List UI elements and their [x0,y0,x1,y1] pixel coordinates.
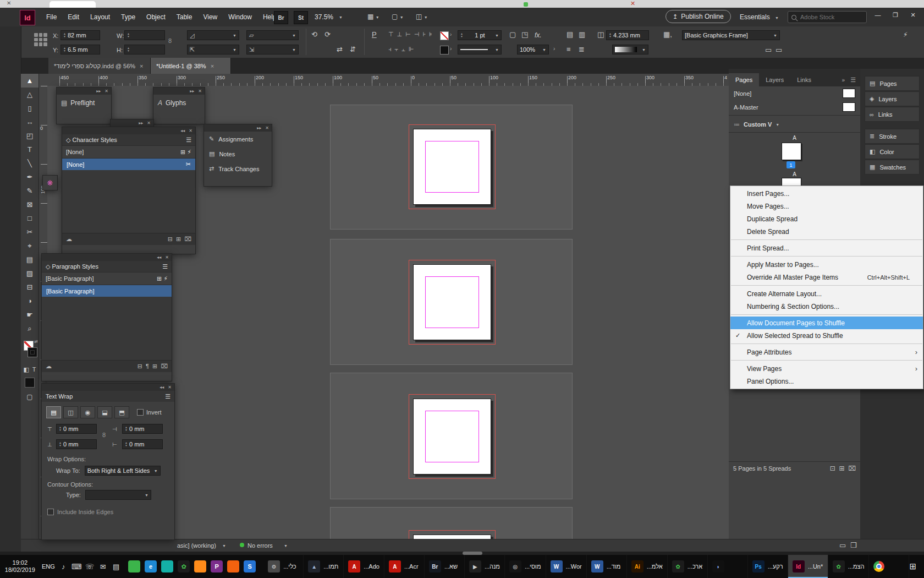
display-icon[interactable]: ▤ [109,563,123,571]
taskbar-app-15[interactable] [869,555,909,578]
taskbar-app-13[interactable]: Id...Un* [788,555,828,578]
panel-collapse-icon[interactable]: ▸▸ [257,126,261,130]
zoom-level-dropdown[interactable]: 37.5% [315,13,333,21]
align-to-grid-icon[interactable]: ▦, [663,31,672,38]
app-purple[interactable]: P [211,560,223,572]
gradient-combo[interactable]: ▼ [612,45,648,54]
pencil-tool[interactable]: ✎ [21,184,38,198]
app-teal[interactable] [161,560,173,572]
x-field[interactable]: ▲▼82 mm [61,30,100,40]
zoom-chevron-icon[interactable]: ▼ [339,15,343,19]
panel-close-icon[interactable]: ✕ [189,128,193,133]
assignments-row-notes[interactable]: ▤Notes [204,146,272,161]
page[interactable] [413,264,491,340]
taskbar-app-8[interactable]: W...מוד [587,555,627,578]
dock-strip-layers[interactable]: ◈Layers [865,91,920,106]
context-menu-item-page-attributes[interactable]: Page Attributes› [730,346,923,358]
collapsed-panel-stub[interactable]: ❋ [42,175,58,190]
panel-action-icons[interactable]: ⊟ ⊞ ⌧ [168,236,191,243]
break-link-icon[interactable]: ✂ [186,161,191,168]
flip-vertical-button[interactable]: ⇵ [350,46,356,53]
contour-type-dropdown[interactable]: ▼ [85,490,151,500]
preflight-profile-chevron-icon[interactable]: ▼ [222,544,226,548]
start-button[interactable]: ⊞ [909,561,916,571]
arrange-documents-dropdown[interactable]: ◫ ▼ [416,13,428,20]
dock-strip-swatches[interactable]: ▦Swatches [865,160,920,175]
taskbar-app-7[interactable]: W...Wor [546,555,587,578]
stroke-type-combo[interactable]: ▼ [458,45,502,54]
object-style-combo[interactable]: [Basic Graphics Frame]▼ [682,30,780,40]
adobe-stock-search[interactable] [788,11,867,23]
zoom-tool[interactable]: ⌕ [21,321,38,335]
panel-close-icon[interactable]: ✕ [168,385,172,390]
formatting-affects-buttons[interactable]: ◧ T [21,366,38,373]
wrap-to-dropdown[interactable]: Both Right & Left Sides▼ [85,466,161,476]
frame-fitting-alt-icon[interactable]: ≣ [579,46,585,53]
pages-view-selector[interactable]: ≔ Custom V ▼ [729,117,860,133]
panel-close-icon[interactable]: ✕ [105,89,108,94]
left-offset-field[interactable]: ▲▼0 mm [122,424,163,434]
glyphs-panel-tab[interactable]: A Glyphs [153,95,205,111]
hand-tool[interactable]: ☛ [21,308,38,321]
gradient-swatch-tool[interactable]: ▤ [21,253,38,266]
fill-color-flyout-icon[interactable]: › [450,46,452,52]
rectangle-tool[interactable]: □ [21,211,38,225]
align-buttons[interactable]: ⊤⊥⊢⊣⊦⊧ [388,31,432,38]
scissors-tool[interactable]: ✂ [21,225,38,239]
context-menu-item-panel-options[interactable]: Panel Options... [730,375,923,388]
panel-collapse-icon[interactable]: ◂◂ [160,385,164,390]
rotation-angle-combo[interactable]: ◿▼ [187,30,239,40]
taskbar-app-9[interactable]: Ai...אלמ [627,555,668,578]
context-menu-item-allow-selected-spread-to-shuffle[interactable]: ✓Allow Selected Spread to Shuffle [730,329,923,342]
document-tab-catalog[interactable]: *קטלוג ספרי לימוד.indd @ 56% × [48,58,151,74]
page[interactable] [413,535,491,539]
context-menu-item-print-spread[interactable]: Print Spread... [730,242,923,254]
context-menu-item-override-all-master-page-items[interactable]: Override All Master Page ItemsCtrl+Alt+S… [730,271,923,283]
paragraph-styles-tab[interactable]: ◇ Paragraph Styles [46,263,98,270]
dock-strip-color[interactable]: ◧Color [865,144,920,159]
wrap-mode-button-0[interactable]: ▤ [46,406,61,418]
close-tab-icon[interactable]: × [140,63,143,69]
document-tab-untitled[interactable]: *Untitled-1 @ 38% × [151,58,231,74]
context-menu-item-view-pages[interactable]: View Pages› [730,362,923,375]
fill-stroke-swatches[interactable]: ⇄ [21,339,38,364]
opacity-field[interactable]: 100%▼ [517,45,549,54]
preview-page-icon[interactable]: ▭ [776,46,782,53]
menu-edit[interactable]: Edit [62,13,85,21]
volume-icon[interactable]: ♪ [57,563,70,571]
quick-apply-icon[interactable]: ⚡ [903,31,908,39]
taskbar-app-11[interactable]: ◗ [708,555,748,578]
menu-window[interactable]: Window [223,13,257,21]
w-field[interactable]: ▲▼ [124,30,165,40]
text-wrap-bounding-icon[interactable]: ▥ [579,31,585,38]
assignments-row-track-changes[interactable]: ⇄Track Changes [204,161,272,176]
wrap-mode-button-3[interactable]: ⬓ [97,406,112,418]
menu-file[interactable]: File [41,13,62,21]
frame-tool[interactable]: ⊠ [21,198,38,211]
taskbar-app-14[interactable]: ✿...הצמ [828,555,870,578]
color-theme-tool[interactable]: ◑ [21,294,38,308]
tab-links[interactable]: Links [790,73,818,86]
app-orange[interactable] [227,560,239,572]
keyboard-icon[interactable]: ⌨ [70,563,83,571]
corner-shape-icon[interactable]: ◳ [521,31,528,38]
panel-menu-icon[interactable]: ☰ [165,393,170,400]
panel-menu-icon[interactable]: ☰ [162,263,168,270]
type-tool[interactable]: T [21,143,38,156]
page[interactable] [413,399,491,475]
context-menu-item-move-pages[interactable]: Move Pages... [730,200,923,212]
taskbar-app-4[interactable]: Br...שא [425,555,465,578]
search-input[interactable] [799,13,856,21]
screen-mode-dropdown[interactable]: ▢ ▼ [392,13,404,20]
cc-sync-icon[interactable]: ☁ [66,236,72,243]
app-edge[interactable]: e [145,560,157,572]
panel-menu-icon[interactable]: ☰ [186,137,191,144]
scale-x-combo[interactable]: ⇱▼ [187,45,239,54]
menu-type[interactable]: Type [116,13,141,21]
panel-close-icon[interactable]: ✕ [198,89,202,94]
taskbar-app-1[interactable]: ▲...תמו [304,555,344,578]
wrap-mode-button-1[interactable]: ◫ [63,406,78,418]
stroke-swatch[interactable] [28,347,37,357]
tab-pages[interactable]: Pages [729,73,759,86]
stroke-weight-combo[interactable]: ▲▼1 pt▼ [458,30,502,40]
